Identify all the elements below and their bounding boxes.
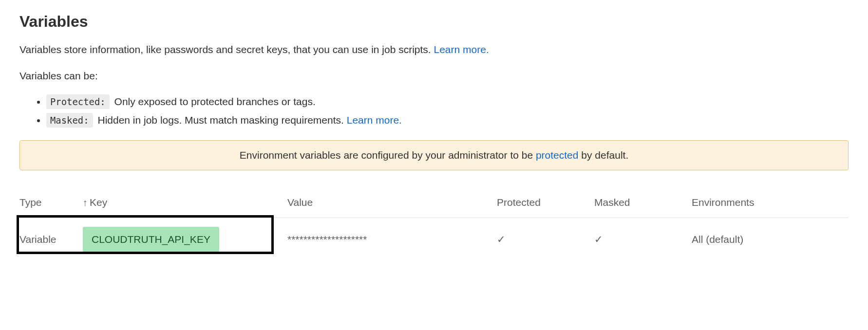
cell-protected: ✓ bbox=[497, 218, 594, 261]
col-value[interactable]: Value bbox=[287, 190, 497, 218]
list-item: Masked: Hidden in job logs. Must match m… bbox=[46, 112, 849, 128]
col-type[interactable]: Type bbox=[19, 190, 83, 218]
banner-prefix: Environment variables are configured by … bbox=[240, 149, 536, 161]
cell-type: Variable bbox=[19, 218, 83, 261]
learn-more-link[interactable]: Learn more. bbox=[434, 44, 489, 55]
banner-protected-link[interactable]: protected bbox=[536, 149, 579, 161]
cell-value: ******************** bbox=[287, 218, 497, 261]
check-icon: ✓ bbox=[497, 234, 506, 245]
cell-key: CLOUDTRUTH_API_KEY bbox=[83, 218, 287, 261]
masked-chip: Masked: bbox=[46, 113, 93, 128]
col-key[interactable]: ↑Key bbox=[83, 190, 287, 218]
protected-desc: Only exposed to protected branches or ta… bbox=[112, 96, 316, 107]
variable-key-badge: CLOUDTRUTH_API_KEY bbox=[83, 227, 219, 252]
section-description: Variables store information, like passwo… bbox=[19, 42, 849, 57]
list-item: Protected: Only exposed to protected bra… bbox=[46, 94, 849, 110]
variables-table-container: Type ↑Key Value Protected Masked Environ… bbox=[19, 190, 849, 261]
cell-masked: ✓ bbox=[594, 218, 692, 261]
variable-type-list: Protected: Only exposed to protected bra… bbox=[19, 94, 849, 128]
section-heading: Variables bbox=[19, 10, 849, 33]
info-banner: Environment variables are configured by … bbox=[19, 140, 849, 170]
masked-learn-more-link[interactable]: Learn more. bbox=[347, 114, 402, 126]
description-text: Variables store information, like passwo… bbox=[19, 44, 434, 55]
table-header-row: Type ↑Key Value Protected Masked Environ… bbox=[19, 190, 849, 218]
check-icon: ✓ bbox=[594, 234, 603, 245]
variables-table: Type ↑Key Value Protected Masked Environ… bbox=[19, 190, 849, 261]
masked-desc: Hidden in job logs. Must match masking r… bbox=[95, 114, 347, 126]
col-protected[interactable]: Protected bbox=[497, 190, 594, 218]
sort-arrow-up-icon: ↑ bbox=[83, 196, 88, 210]
banner-suffix: by default. bbox=[578, 149, 628, 161]
cell-environments: All (default) bbox=[692, 218, 849, 261]
can-be-intro: Variables can be: bbox=[19, 68, 849, 84]
col-environments[interactable]: Environments bbox=[692, 190, 849, 218]
col-masked[interactable]: Masked bbox=[594, 190, 692, 218]
protected-chip: Protected: bbox=[46, 94, 110, 109]
col-key-label: Key bbox=[90, 197, 107, 208]
table-row: Variable CLOUDTRUTH_API_KEY ************… bbox=[19, 218, 849, 261]
